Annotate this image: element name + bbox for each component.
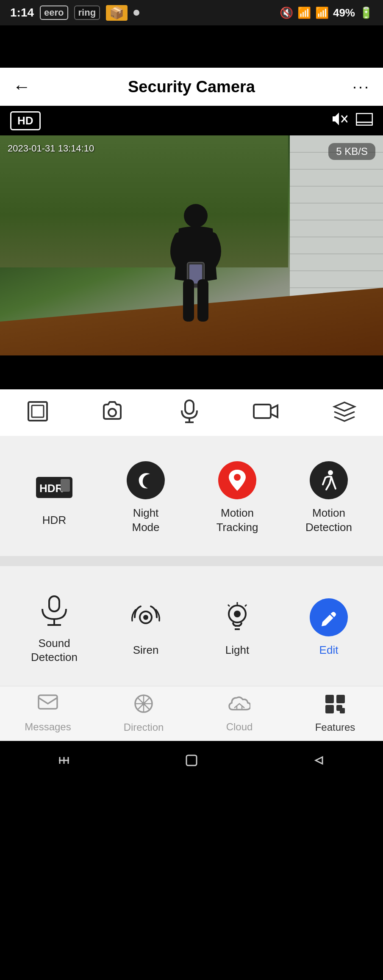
direction-label: Direction	[124, 721, 164, 733]
motion-detection-icon	[310, 461, 348, 499]
nav-cloud[interactable]: Cloud	[192, 690, 287, 737]
sound-detection-label: SoundDetection	[31, 636, 78, 665]
fullscreen-icon	[27, 400, 49, 425]
light-label: Light	[225, 643, 249, 658]
video-top-bar: HD	[0, 106, 383, 135]
svg-rect-62	[186, 755, 197, 765]
status-bar: 1:14 eero ring 📦 🔇 📶 📶 49% 🔋	[0, 0, 383, 25]
cloud-icon	[228, 694, 250, 718]
feature-motion-detection[interactable]: MotionDetection	[283, 449, 375, 548]
mute-icon: 🔇	[280, 6, 293, 19]
svg-rect-20	[183, 279, 194, 322]
svg-rect-54	[325, 705, 334, 713]
features-label: Features	[315, 721, 355, 733]
svg-rect-23	[32, 405, 44, 417]
night-mode-icon	[127, 461, 165, 499]
svg-rect-2	[356, 113, 372, 125]
motion-detection-label: MotionDetection	[305, 506, 352, 535]
siren-label: Siren	[133, 643, 159, 658]
svg-rect-25	[185, 400, 194, 414]
night-mode-label: NightMode	[132, 506, 159, 535]
cloud-label: Cloud	[226, 721, 253, 733]
signal-icon: 📶	[315, 6, 329, 19]
video-speed: 5 KB/S	[328, 143, 375, 160]
messages-label: Messages	[25, 721, 71, 733]
video-record-icon	[253, 401, 279, 424]
video-mute-icon[interactable]	[330, 111, 347, 130]
feature-night-mode[interactable]: NightMode	[100, 449, 192, 548]
light-icon-wrap	[218, 598, 256, 636]
motion-detection-icon-wrap	[310, 461, 348, 499]
feature-light[interactable]: Light	[192, 579, 283, 678]
direction-icon	[134, 694, 153, 718]
android-back-button[interactable]	[56, 752, 72, 773]
svg-point-17	[184, 204, 208, 228]
page-title: Security Camera	[128, 78, 255, 96]
status-time: 1:14	[10, 6, 34, 19]
video-timestamp: 2023-01-31 13:14:10	[8, 143, 94, 154]
svg-rect-52	[325, 695, 334, 703]
svg-text:HDR: HDR	[39, 482, 64, 495]
feature-motion-tracking[interactable]: MotionTracking	[192, 449, 283, 548]
video-feed: 2023-01-31 13:14:10 5 KB/S	[0, 135, 383, 355]
motion-tracking-icon	[218, 461, 256, 499]
svg-rect-53	[336, 695, 345, 703]
notification-dot	[133, 10, 139, 16]
siren-icon-wrap	[127, 598, 165, 636]
edit-icon-wrap	[310, 598, 348, 636]
layers-button[interactable]	[333, 401, 356, 425]
wifi-icon: 📶	[297, 6, 311, 19]
svg-line-45	[228, 605, 230, 606]
features-grid-1: HDR HDR NightMode	[8, 449, 375, 548]
status-left: 1:14 eero ring 📦	[10, 5, 139, 21]
video-section: HD	[0, 106, 383, 389]
hd-badge[interactable]: HD	[10, 111, 41, 130]
features-grid-2: SoundDetection Siren	[8, 579, 375, 678]
screenshot-button[interactable]	[102, 400, 126, 425]
more-options-button[interactable]: ···	[352, 78, 370, 96]
microphone-button[interactable]	[179, 399, 200, 426]
messages-icon	[38, 694, 58, 718]
svg-point-32	[234, 474, 241, 481]
nav-features[interactable]: Features	[287, 690, 383, 738]
header: ← Security Camera ···	[0, 68, 383, 106]
svg-rect-31	[61, 479, 70, 492]
ring-badge: ring	[74, 6, 100, 20]
video-bottom-bar	[0, 355, 383, 389]
controls-bar	[0, 389, 383, 436]
nav-messages[interactable]: Messages	[0, 690, 96, 737]
siren-icon	[129, 600, 163, 634]
edit-label: Edit	[319, 643, 339, 658]
fullscreen-button[interactable]	[27, 400, 49, 425]
svg-point-42	[234, 611, 241, 617]
video-layout-icon[interactable]	[356, 113, 373, 129]
svg-rect-28	[254, 405, 271, 418]
hdr-icon: HDR	[35, 473, 73, 502]
svg-line-44	[245, 605, 247, 606]
feature-sound-detection[interactable]: SoundDetection	[8, 579, 100, 678]
feature-siren[interactable]: Siren	[100, 579, 192, 678]
hdr-label: HDR	[42, 513, 66, 528]
grass-area	[0, 135, 288, 267]
sound-detection-icon-wrap	[35, 592, 73, 630]
nav-direction[interactable]: Direction	[96, 690, 192, 738]
android-home-button[interactable]	[183, 752, 200, 773]
sound-detection-icon	[37, 594, 71, 628]
feature-hdr[interactable]: HDR HDR	[8, 449, 100, 548]
features-icon	[325, 694, 346, 718]
notification-badge: 📦	[106, 5, 128, 21]
svg-point-33	[328, 470, 333, 475]
svg-rect-21	[197, 279, 208, 322]
top-black-bar	[0, 25, 383, 68]
record-button[interactable]	[253, 401, 279, 424]
svg-rect-56	[340, 708, 345, 713]
eero-badge: eero	[40, 6, 68, 20]
back-button[interactable]: ←	[13, 77, 31, 97]
feature-edit[interactable]: Edit	[283, 579, 375, 678]
features-section-2: SoundDetection Siren	[0, 566, 383, 686]
person-silhouette	[166, 203, 225, 330]
android-recent-button[interactable]	[311, 752, 327, 773]
status-right: 🔇 📶 📶 49% 🔋	[280, 6, 373, 19]
svg-point-24	[108, 409, 116, 416]
layers-icon	[333, 401, 356, 425]
